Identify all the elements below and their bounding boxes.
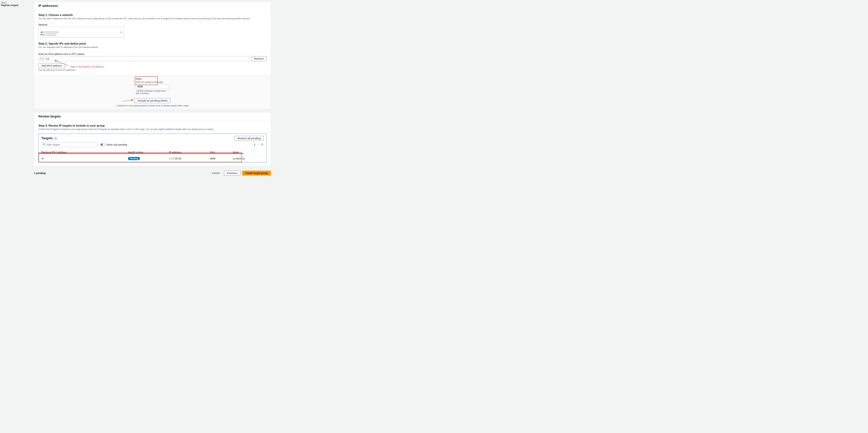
previous-button[interactable]: Previous [224,171,241,176]
row-zone: us-west-1a [230,155,267,162]
network-select-line3: IPv4: xxxxxxxxxx [40,33,122,36]
review-title: Review targets [34,113,271,121]
step2-desc: You can manually enter IP addresses from… [38,46,267,49]
svg-line-5 [44,145,45,146]
step3-heading: Step 3: Review IP targets to include in … [38,124,267,127]
targets-heading: Targets (1) [41,137,57,140]
remove-ip-button[interactable]: Remove [251,56,267,61]
create-target-group-button[interactable]: Create target group [242,171,271,176]
sidebar-step-label: Step 2 [1,1,31,4]
step2-heading: Step 2: Specify IPs and define ports [38,42,267,45]
bottom-bar: 1 pending Cancel Previous Create target … [34,169,271,176]
toggle-icon [100,143,105,146]
cancel-button[interactable]: Cancel [209,171,222,176]
show-only-pending-toggle[interactable]: Show only pending [100,143,127,146]
svg-line-2 [122,100,132,101]
step1-desc: You can add IP addresses from the VPC se… [38,18,267,20]
review-targets-panel: Review targets Step 3: Review IP targets… [34,112,271,166]
network-label: Network [38,23,267,26]
prev-page-icon[interactable]: ‹ [252,143,253,146]
col-health: Health status [125,149,166,155]
add-ip-help: You can add up to 4 more IP addresses. [38,69,267,71]
network-select-line2: vpc-xxxxxxxxxxxx1 [40,31,122,34]
network-select[interactable]: - vpc-xxxxxxxxxxxx1 IPv4: xxxxxxxxxx ▼ [38,27,124,37]
col-zone: Zone [230,149,267,155]
ip-addresses-title: IP addresses [34,2,271,10]
step1-heading: Step 1: Choose a network [38,13,267,17]
table-row: ✕ Pending xxxxx30.54 9098 us-west-1a [39,155,267,162]
svg-marker-3 [131,99,133,101]
row-port: 9098 [207,155,230,162]
svg-marker-1 [55,60,57,62]
annotation-text-1: Type in the broker's IP address [70,65,104,68]
network-select-line1: - [40,28,122,31]
svg-point-6 [262,144,262,145]
include-pending-button[interactable]: Include as pending below [134,98,170,103]
pending-note: 1 selection is now pending below. Includ… [116,105,189,107]
ports-desc: Ports for routing to this target. [136,81,169,83]
annotation-arrow-2 [122,99,134,103]
main-content: IP addresses Step 1: Choose a network Yo… [32,0,273,178]
remove-row-button[interactable]: ✕ [41,157,44,160]
ports-label: Ports [136,78,169,80]
settings-gear-icon[interactable] [261,143,264,146]
col-remove: Remove IPv4 address [39,149,125,155]
step1-section: Step 1: Choose a network You can add IP … [38,13,267,37]
filter-input[interactable] [41,142,98,147]
sidebar-step-title: Register targets [1,4,31,6]
svg-line-0 [56,61,69,66]
pagination: ‹ 1 › [252,143,264,146]
svg-point-4 [43,143,44,145]
ports-hint: 1-65535 (separate multiple ports with co… [136,90,169,95]
filter-targets-search[interactable] [41,142,98,147]
step3-desc: Confirm the IP targets to include in you… [38,128,267,131]
table-header-row: Remove IPv4 address Health status IP add… [39,149,267,155]
col-port: Port [207,149,230,155]
wizard-sidebar: Step 2 Register targets [0,0,32,178]
step2-section: Step 2: Specify IPs and define ports You… [38,42,267,71]
remove-all-pending-button[interactable]: Remove all pending [235,136,264,141]
ip-panel-footer: Ports Ports for routing to this target. … [34,75,271,109]
search-icon [43,143,45,146]
ports-input[interactable] [136,84,169,89]
pending-count: 1 pending [34,172,45,175]
ip-addresses-panel: IP addresses Step 1: Choose a network Yo… [34,2,271,110]
targets-table: Remove IPv4 address Health status IP add… [39,149,267,162]
status-badge: Pending [128,157,140,160]
next-page-icon[interactable]: › [257,143,258,146]
row-ip: xxxxx30.54 [166,155,207,162]
col-ip: IP address [166,149,207,155]
targets-container: Targets (1) Remove all pending Show [38,134,267,163]
caret-down-icon: ▼ [120,31,122,33]
page-number: 1 [254,143,255,146]
ip-input-label: Enter an IPv4 address from a VPC subnet. [38,53,267,56]
